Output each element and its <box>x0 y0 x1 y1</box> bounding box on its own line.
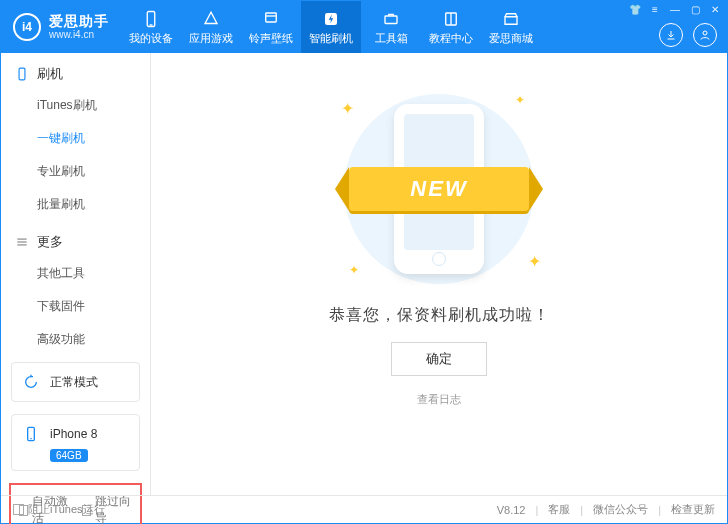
toolbox-icon <box>381 9 401 29</box>
brand-logo-icon: i4 <box>13 13 41 41</box>
mode-card[interactable]: 正常模式 <box>11 362 140 402</box>
tab-label: 爱思商城 <box>489 31 533 46</box>
music-icon <box>261 9 281 29</box>
apps-icon <box>201 9 221 29</box>
tab-toolbox[interactable]: 工具箱 <box>361 1 421 53</box>
sidebar-item-advanced[interactable]: 高级功能 <box>1 323 150 356</box>
version-label: V8.12 <box>497 504 526 516</box>
wechat-link[interactable]: 微信公众号 <box>593 502 648 517</box>
user-button[interactable] <box>693 23 717 47</box>
sidebar-item-other-tools[interactable]: 其他工具 <box>1 257 150 290</box>
sparkle-icon: ✦ <box>528 252 541 271</box>
tab-label: 我的设备 <box>129 31 173 46</box>
mode-label: 正常模式 <box>50 374 98 391</box>
ok-button[interactable]: 确定 <box>391 342 487 376</box>
tab-apps[interactable]: 应用游戏 <box>181 1 241 53</box>
device-icon <box>141 9 161 29</box>
checkbox-block-itunes[interactable]: 阻止iTunes运行 <box>13 502 105 517</box>
topbar: i4 爱思助手 www.i4.cn 我的设备 应用游戏 铃声壁纸 智能刷机 <box>1 1 727 53</box>
sidebar: 刷机 iTunes刷机 一键刷机 专业刷机 批量刷机 更多 其他工具 下载固件 … <box>1 53 151 495</box>
tab-label: 工具箱 <box>375 31 408 46</box>
svg-rect-0 <box>147 11 155 26</box>
sidebar-item-batch-flash[interactable]: 批量刷机 <box>1 188 150 221</box>
new-ribbon: NEW <box>349 167 529 211</box>
tab-store[interactable]: 爱思商城 <box>481 1 541 53</box>
success-message: 恭喜您，保资料刷机成功啦！ <box>329 305 550 326</box>
menu-icon[interactable]: ≡ <box>649 3 661 15</box>
tab-tutorials[interactable]: 教程中心 <box>421 1 481 53</box>
sidebar-section-flash: 刷机 <box>1 53 150 89</box>
device-icon <box>15 67 29 81</box>
shirt-icon[interactable]: 👕 <box>629 3 641 15</box>
minimize-icon[interactable]: — <box>669 3 681 15</box>
sparkle-icon: ✦ <box>349 263 359 277</box>
close-icon[interactable]: ✕ <box>709 3 721 15</box>
tab-label: 铃声壁纸 <box>249 31 293 46</box>
brand-title: 爱思助手 <box>49 13 109 29</box>
sidebar-item-pro-flash[interactable]: 专业刷机 <box>1 155 150 188</box>
status-bar: 阻止iTunes运行 V8.12 | 客服 | 微信公众号 | 检查更新 <box>1 495 727 523</box>
sidebar-section-more: 更多 <box>1 221 150 257</box>
tab-ringtones[interactable]: 铃声壁纸 <box>241 1 301 53</box>
phone-icon <box>20 423 42 445</box>
view-log-link[interactable]: 查看日志 <box>417 392 461 407</box>
support-link[interactable]: 客服 <box>548 502 570 517</box>
sparkle-icon: ✦ <box>515 93 525 107</box>
svg-point-8 <box>703 31 707 35</box>
section-title: 更多 <box>37 233 63 251</box>
book-icon <box>441 9 461 29</box>
svg-rect-5 <box>385 16 397 24</box>
maximize-icon[interactable]: ▢ <box>689 3 701 15</box>
sidebar-item-oneclick-flash[interactable]: 一键刷机 <box>1 122 150 155</box>
sidebar-item-itunes-flash[interactable]: iTunes刷机 <box>1 89 150 122</box>
svg-rect-2 <box>266 13 277 22</box>
store-icon <box>501 9 521 29</box>
download-button[interactable] <box>659 23 683 47</box>
tab-label: 应用游戏 <box>189 31 233 46</box>
tab-label: 教程中心 <box>429 31 473 46</box>
tab-flash[interactable]: 智能刷机 <box>301 1 361 53</box>
check-update-link[interactable]: 检查更新 <box>671 502 715 517</box>
refresh-icon <box>20 371 42 393</box>
device-card[interactable]: iPhone 8 64GB <box>11 414 140 471</box>
tab-my-device[interactable]: 我的设备 <box>121 1 181 53</box>
success-illustration: ✦ ✦ ✦ ✦ NEW <box>319 89 559 289</box>
sparkle-icon: ✦ <box>341 99 354 118</box>
window-controls: 👕 ≡ — ▢ ✕ <box>629 3 721 15</box>
tab-label: 智能刷机 <box>309 31 353 46</box>
sidebar-item-download-fw[interactable]: 下载固件 <box>1 290 150 323</box>
section-title: 刷机 <box>37 65 63 83</box>
svg-rect-9 <box>19 68 25 80</box>
flash-icon <box>321 9 341 29</box>
main-content: ✦ ✦ ✦ ✦ NEW 恭喜您，保资料刷机成功啦！ 确定 查看日志 <box>151 53 727 495</box>
brand-subtitle: www.i4.cn <box>49 29 109 41</box>
storage-badge: 64GB <box>50 449 88 462</box>
device-name: iPhone 8 <box>50 427 97 441</box>
more-icon <box>15 235 29 249</box>
brand: i4 爱思助手 www.i4.cn <box>1 1 121 53</box>
